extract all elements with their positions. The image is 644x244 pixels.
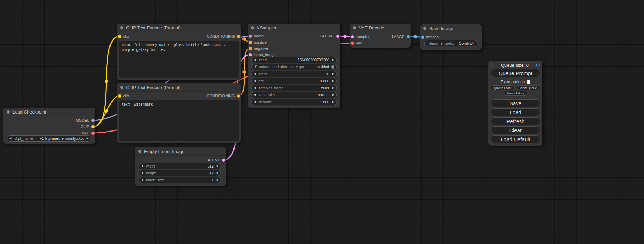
slot-dot-vae[interactable]: [91, 132, 95, 135]
node-title-bar[interactable]: VAE Decode: [350, 24, 411, 32]
slot-label: CONDITIONING: [206, 94, 235, 98]
increment-arrow-icon[interactable]: ▶: [332, 58, 334, 61]
widget-sampler-name[interactable]: ◀ sampler_name euler ▶: [251, 85, 337, 91]
widget-cfg[interactable]: ◀ cfg 8.000 ▶: [251, 78, 337, 84]
slot-dot-latent[interactable]: [351, 35, 354, 38]
slot-dot-latent[interactable]: [249, 53, 252, 56]
slot-dot-latent[interactable]: [222, 159, 225, 162]
widget-scheduler[interactable]: ◀ scheduler normal ▶: [251, 92, 337, 98]
slot-label: latent_image: [254, 53, 276, 57]
slot-dot-image[interactable]: [421, 36, 424, 39]
decrement-arrow-icon[interactable]: ◀: [141, 172, 143, 174]
node-clip-text-encode-positive[interactable]: CLIP Text Encode (Prompt) clip CONDITION…: [117, 24, 241, 80]
widget-filename-prefix[interactable]: filename_prefix ComfyUI: [424, 40, 477, 46]
settings-gear-icon[interactable]: ⚙: [536, 63, 540, 67]
load-button[interactable]: Load: [491, 108, 540, 116]
slot-dot-clip[interactable]: [118, 94, 121, 98]
toggle-indicator-icon[interactable]: [331, 65, 334, 69]
decrement-arrow-icon[interactable]: ◀: [254, 73, 256, 75]
node-title-bar[interactable]: Load Checkpoint: [3, 108, 95, 116]
increment-arrow-icon[interactable]: ▶: [332, 80, 334, 82]
node-collapse-icon[interactable]: [120, 26, 123, 29]
decrement-arrow-icon[interactable]: ◀: [254, 58, 256, 61]
widget-denoise[interactable]: ◀ denoise 1.000 ▶: [251, 99, 337, 105]
input-slot-samples: samples: [351, 34, 370, 39]
widget-width[interactable]: ◀ width 512 ▶: [139, 163, 221, 169]
slot-dot-clip[interactable]: [91, 125, 95, 128]
node-load-checkpoint[interactable]: Load Checkpoint MODEL CLIP VAE ◀ ckpt_na…: [3, 108, 95, 144]
widget-ckpt-name[interactable]: ◀ ckpt_name v1-5-pruned-emaonly.ckpt ▶: [7, 135, 91, 142]
node-save-image[interactable]: Save Image images filename_prefix ComfyU…: [420, 24, 482, 50]
node-graph-canvas[interactable]: Load Checkpoint MODEL CLIP VAE ◀ ckpt_na…: [0, 0, 644, 244]
prompt-textarea[interactable]: beautiful scenery nature glass bottle la…: [119, 41, 239, 78]
decrement-arrow-icon[interactable]: ◀: [254, 80, 256, 82]
widget-value: normal: [318, 93, 329, 97]
increment-arrow-icon[interactable]: ▶: [332, 93, 334, 96]
load-default-button[interactable]: Load Default: [491, 135, 540, 143]
decrement-arrow-icon[interactable]: ◀: [254, 93, 256, 96]
decrement-arrow-icon[interactable]: ◀: [254, 87, 256, 89]
slot-dot-conditioning[interactable]: [237, 94, 240, 98]
slot-label: MODEL: [76, 118, 89, 123]
node-ksampler[interactable]: KSampler model positive negative latent_…: [248, 24, 340, 108]
slot-dot-vae[interactable]: [351, 42, 354, 45]
node-collapse-icon[interactable]: [353, 26, 356, 29]
decrement-arrow-icon[interactable]: ◀: [9, 137, 11, 140]
view-history-button[interactable]: View History: [504, 91, 527, 96]
prompt-textarea[interactable]: text, watermark: [119, 100, 239, 141]
slot-label: VAE: [82, 131, 89, 135]
drag-handle-icon[interactable]: ⠿: [491, 63, 494, 67]
slot-label: clip: [123, 94, 129, 98]
increment-arrow-icon[interactable]: ▶: [217, 165, 219, 168]
node-collapse-icon[interactable]: [120, 86, 123, 89]
slot-dot-latent[interactable]: [336, 35, 339, 38]
node-title-bar[interactable]: CLIP Text Encode (Prompt): [117, 83, 241, 92]
extra-options-checkbox[interactable]: [527, 80, 530, 84]
node-collapse-icon[interactable]: [7, 110, 10, 114]
widget-steps[interactable]: ◀ steps 20 ▶: [251, 71, 337, 77]
node-title-bar[interactable]: KSampler: [248, 24, 340, 32]
node-title-bar[interactable]: Empty Latent Image: [135, 147, 226, 156]
input-slot-model: model: [249, 34, 264, 38]
widget-random-seed-toggle[interactable]: Random seed after every gen enabled: [251, 64, 337, 70]
increment-arrow-icon[interactable]: ▶: [332, 101, 334, 103]
node-collapse-icon[interactable]: [251, 26, 254, 29]
increment-arrow-icon[interactable]: ▶: [332, 87, 334, 89]
widget-value: 8.000: [320, 79, 329, 83]
save-button[interactable]: Save: [491, 99, 540, 107]
increment-arrow-icon[interactable]: ▶: [87, 137, 89, 140]
slot-dot-clip[interactable]: [118, 35, 121, 38]
widget-value: ComfyUI: [459, 41, 474, 45]
node-collapse-icon[interactable]: [138, 150, 141, 153]
queue-front-button[interactable]: Queue Front: [491, 85, 514, 90]
slot-dot-image[interactable]: [407, 35, 410, 38]
slot-dot-conditioning[interactable]: [249, 41, 252, 44]
widget-height[interactable]: ◀ height 512 ▶: [139, 170, 221, 176]
widget-batch-size[interactable]: ◀ batch_size 1 ▶: [139, 177, 221, 183]
decrement-arrow-icon[interactable]: ◀: [254, 101, 256, 103]
refresh-button[interactable]: Refresh: [491, 117, 540, 125]
slot-dot-model[interactable]: [249, 35, 252, 38]
increment-arrow-icon[interactable]: ▶: [217, 172, 219, 174]
node-title-bar[interactable]: Save Image: [420, 24, 482, 33]
queue-prompt-button[interactable]: Queue Prompt: [491, 69, 540, 77]
node-collapse-icon[interactable]: [423, 27, 426, 30]
widget-name: ckpt_name: [14, 136, 33, 141]
decrement-arrow-icon[interactable]: ◀: [141, 165, 143, 168]
widget-seed[interactable]: ◀ seed 156680208700286 ▶: [251, 57, 337, 63]
node-title: Save Image: [429, 26, 453, 31]
slot-dot-model[interactable]: [91, 119, 95, 122]
slot-label: samples: [356, 35, 370, 39]
view-queue-button[interactable]: View Queue: [517, 85, 540, 90]
clear-button[interactable]: Clear: [491, 126, 540, 134]
decrement-arrow-icon[interactable]: ◀: [141, 179, 143, 181]
node-clip-text-encode-negative[interactable]: CLIP Text Encode (Prompt) clip CONDITION…: [117, 83, 241, 143]
increment-arrow-icon[interactable]: ▶: [332, 73, 334, 75]
menu-header: ⠿ Queue size: 0 ⚙: [488, 61, 542, 68]
slot-dot-conditioning[interactable]: [237, 35, 240, 38]
node-vae-decode[interactable]: VAE Decode samples vae IMAGE: [350, 24, 411, 48]
slot-dot-conditioning[interactable]: [249, 47, 252, 50]
increment-arrow-icon[interactable]: ▶: [217, 179, 219, 181]
node-empty-latent-image[interactable]: Empty Latent Image LATENT ◀ width 512 ▶ …: [135, 147, 226, 186]
node-title-bar[interactable]: CLIP Text Encode (Prompt): [117, 24, 241, 32]
